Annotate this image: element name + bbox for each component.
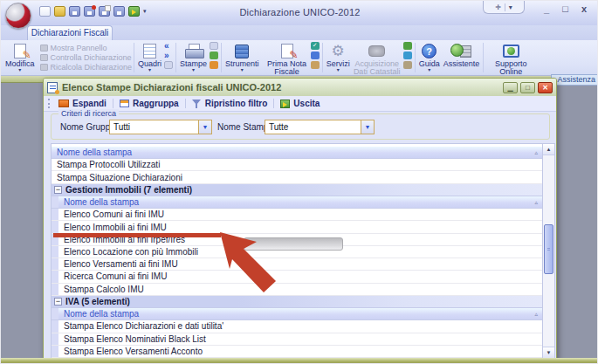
group-label: IVA (5 elementi) (65, 297, 130, 306)
ribbon-group-supporto: Supporto Online (484, 41, 538, 74)
nome-gruppo-combobox[interactable]: Tutti ▼ (109, 120, 212, 134)
dialog-minimize-button[interactable]: ▁ (503, 82, 518, 93)
app-logo-button[interactable] (5, 3, 31, 29)
open-icon[interactable] (54, 6, 65, 17)
print-name-label: Stampa Elenco Dichiarazioni e dati utili… (64, 321, 223, 331)
uscita-button[interactable]: Uscita (275, 99, 325, 108)
dropdown-arrow-icon[interactable]: ▼ (198, 120, 211, 134)
list-item-row[interactable]: Stampa Calcolo IMU (52, 284, 542, 296)
qat-options-caret-icon[interactable]: ▾ (143, 8, 147, 15)
list-item-row[interactable]: Stampa Elenco Dichiarazioni e dati utili… (52, 320, 542, 333)
print-ok-icon[interactable] (210, 52, 218, 59)
move-layout-icon[interactable]: ✛ (495, 3, 501, 11)
quadri-button[interactable]: Quadri ▾ (136, 42, 163, 72)
collapse-minus-icon[interactable]: − (54, 298, 62, 306)
list-item-row[interactable]: Stampa Protocolli Utilizzati (52, 159, 542, 171)
scroll-up-icon[interactable]: ▲ (543, 144, 554, 155)
toolbar-separator (185, 99, 186, 108)
supporto-online-button[interactable]: Supporto Online (485, 42, 536, 76)
list-item-row[interactable]: Elenco Comuni ai fini IMU (52, 209, 542, 221)
strumenti-button[interactable]: Strumenti ▾ (223, 42, 261, 72)
vertical-scrollbar[interactable]: ▲ ▼ (542, 143, 555, 359)
list-header-row[interactable]: Nome della stampa▵ (52, 147, 542, 159)
list-item-row[interactable]: Elenco Immobili ai fini IMU (52, 221, 542, 233)
check-declaration-icon (40, 54, 48, 61)
assistenza-panel-tab[interactable]: Assistenza (551, 74, 598, 86)
list-group-row[interactable]: −Gestione Immobili (7 elementi) (52, 184, 542, 196)
modifica-button[interactable]: ✎ Modifica ▾ (3, 42, 37, 72)
dialog-maximize-button[interactable]: □ (520, 82, 535, 93)
criteri-di-ricerca-groupbox: Criteri di ricerca Nome Gruppo: Tutti ▼ … (51, 113, 550, 140)
sort-icon[interactable]: ▵ (534, 311, 538, 318)
chevron-down-icon[interactable]: ▾ (509, 3, 512, 11)
toolbar-separator (113, 99, 113, 108)
ribbon-group-prima-nota: ✎ Prima Nota Fiscale ▾ ✓ (263, 41, 322, 74)
dialog-close-button[interactable]: ✕ (538, 82, 553, 93)
raggruppa-button[interactable]: Raggruppa (114, 99, 184, 108)
save-icon[interactable] (69, 6, 80, 17)
close-button[interactable]: x (581, 3, 587, 14)
maximize-button[interactable]: □ (562, 3, 568, 14)
save-error-icon[interactable] (84, 6, 95, 17)
exit-icon[interactable] (128, 6, 140, 17)
prima-nota-fiscale-button[interactable]: ✎ Prima Nota Fiscale ▾ (265, 42, 310, 80)
controlla-dichiarazione-button[interactable]: Controlla Dichiarazione (40, 54, 133, 62)
caret-down-icon: ▾ (18, 68, 21, 72)
hand-write-icon[interactable] (311, 61, 320, 69)
sort-icon[interactable]: ▵ (534, 149, 538, 156)
scrollbar-thumb[interactable] (544, 224, 553, 274)
collapse-minus-icon[interactable]: − (54, 186, 62, 194)
list-header-row[interactable]: Nome della stampa▵ (52, 196, 542, 209)
screen: Dichiarazione UNICO-2012 ▾ ✛ ▾ _ □ x Dic… (0, 0, 598, 364)
ribbon-group-quadri: Quadri ▾ « » (134, 41, 175, 74)
servizi-button[interactable]: ⚙ Servizi ▾ (325, 42, 352, 72)
minimize-button[interactable]: _ (544, 3, 549, 14)
window-export-icon[interactable] (403, 42, 412, 50)
person-icon[interactable] (311, 52, 320, 59)
grid-edit-icon[interactable] (164, 61, 173, 69)
dialog-title: Elenco Stampe Dichiarazioni fiscali UNIC… (58, 82, 503, 93)
ripristino-filtro-button[interactable]: Ripristino filtro (187, 99, 273, 108)
save-all-icon[interactable] (113, 6, 125, 17)
toolbar-separator (273, 99, 274, 108)
guida-button[interactable]: ? Guida ▾ (417, 42, 442, 72)
new-document-icon[interactable] (39, 6, 51, 17)
ricalcola-dichiarazione-button[interactable]: Ricalcola Dichiarazione (40, 64, 133, 72)
nome-stampa-combobox[interactable]: Tutte ▼ (265, 120, 375, 134)
save-edit-icon[interactable] (99, 6, 110, 17)
list-header-row[interactable]: Nome della stampa▵ (52, 308, 542, 320)
caret-down-icon: ▾ (428, 68, 430, 72)
list-item-row[interactable]: Stampa Elenco Versamenti Acconto (52, 346, 542, 358)
ribbon-group-stampe: Stampe ▾ (176, 41, 221, 74)
list-item-row[interactable]: Stampa Elenco Nominativi Black List (52, 333, 542, 346)
divider (505, 3, 505, 11)
print-name-label: Stampa Situazione Dichiarazioni (57, 173, 182, 182)
window-bottom-edge (1, 358, 598, 364)
sort-icon[interactable]: ▵ (534, 199, 538, 206)
dialog-toolbar: Espandi Raggruppa Ripristino filtro Usci… (44, 96, 556, 112)
expand-right-icon[interactable]: » (164, 52, 173, 59)
stampe-button[interactable]: Stampe ▾ (178, 42, 209, 72)
list-item-row[interactable]: Elenco Versamenti ai fini IMU (52, 258, 542, 271)
dropdown-arrow-icon[interactable]: ▼ (361, 120, 374, 134)
print-page-icon[interactable] (210, 42, 218, 50)
caret-down-icon: ▾ (337, 68, 340, 72)
print-name-label: Ricerca Comuni ai fini IMU (64, 271, 167, 281)
assistente-button[interactable]: Assistente (442, 42, 482, 68)
toolbar-grip[interactable] (48, 99, 50, 108)
scroll-down-icon[interactable]: ▼ (543, 347, 554, 358)
collapse-left-icon[interactable]: « (164, 42, 173, 50)
caret-down-icon: ▾ (148, 68, 151, 72)
espandi-button[interactable]: Espandi (53, 99, 112, 108)
check-icon[interactable]: ✓ (311, 42, 320, 50)
list-item-row[interactable]: Stampa Situazione Dichiarazioni (52, 171, 542, 183)
list-item-row[interactable]: Ricerca Comuni ai fini IMU (52, 271, 542, 283)
tab-dichiarazioni-fiscali[interactable]: Dichiarazioni Fiscali (27, 25, 113, 40)
sign-icon[interactable] (403, 61, 412, 69)
transfer-icon[interactable] (403, 52, 412, 59)
caret-down-icon: ▾ (241, 68, 244, 72)
list-group-row[interactable]: −IVA (5 elementi) (52, 296, 542, 308)
mostra-pannello-button[interactable]: Mostra Pannello (40, 45, 133, 52)
print-queue-icon[interactable] (210, 61, 218, 69)
acquisizione-dati-catastali-button[interactable]: Acquisizione Dati Catastali (352, 42, 402, 76)
